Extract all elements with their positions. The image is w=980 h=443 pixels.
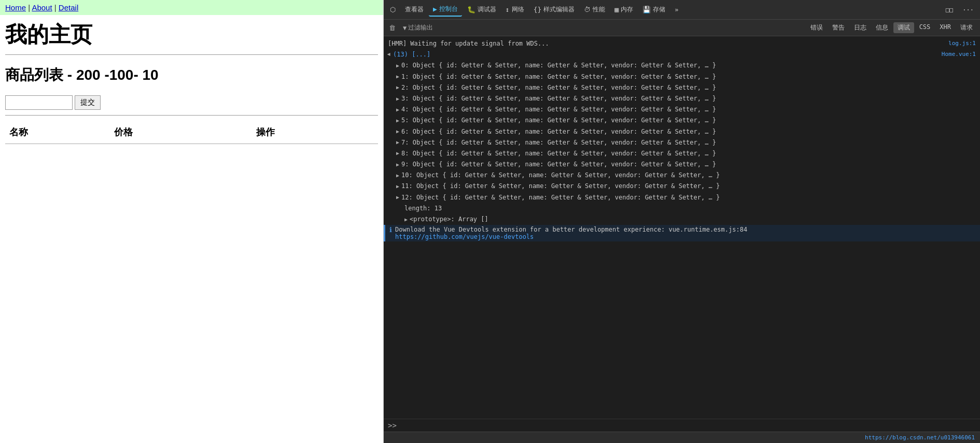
nav-detail[interactable]: Detail xyxy=(59,3,78,12)
array-item-11: ▶ 11: Object { id: Getter & Setter, name… xyxy=(384,181,980,192)
submit-button[interactable]: 提交 xyxy=(75,95,101,110)
network-label: 网络 xyxy=(512,5,524,14)
more-icon: » xyxy=(675,6,678,13)
item-text-7: 7: Object { id: Getter & Setter, name: G… xyxy=(401,138,716,148)
toolbar-btn-style-editor[interactable]: {} 样式编辑器 xyxy=(529,3,579,16)
console-prompt: >> xyxy=(388,421,397,430)
item-arrow-4[interactable]: ▶ xyxy=(396,106,399,114)
item-arrow-3[interactable]: ▶ xyxy=(396,95,399,103)
toolbar-btn-memory[interactable]: ▦ 内存 xyxy=(610,3,637,16)
array-length-line: length: 13 xyxy=(384,203,980,214)
toolbar-btn-dock[interactable]: □□ xyxy=(942,4,957,16)
info-content: Download the Vue Devtools extension for … xyxy=(395,226,747,240)
toolbar-right-area: □□ ··· xyxy=(942,4,978,16)
filter-requests[interactable]: 请求 xyxy=(956,22,977,33)
filter-css[interactable]: CSS xyxy=(915,22,935,33)
console-label: 控制台 xyxy=(439,5,458,13)
item-text-6: 6: Object { id: Getter & Setter, name: G… xyxy=(401,127,716,137)
col-price: 价格 xyxy=(93,121,236,144)
array-item-9: ▶ 9: Object { id: Getter & Setter, name:… xyxy=(384,159,980,170)
item-text-8: 8: Object { id: Getter & Setter, name: G… xyxy=(401,149,716,159)
col-action: 操作 xyxy=(235,121,378,144)
array-item-12: ▶ 12: Object { id: Getter & Setter, name… xyxy=(384,192,980,203)
array-item-8: ▶ 8: Object { id: Getter & Setter, name:… xyxy=(384,148,980,159)
array-item-1: ▶ 1: Object { id: Getter & Setter, name:… xyxy=(384,72,980,82)
options-icon: ··· xyxy=(962,6,974,13)
array-item-7: ▶ 7: Object { id: Getter & Setter, name:… xyxy=(384,137,980,148)
memory-label: 内存 xyxy=(621,5,633,14)
hmr-text: [HMR] Waiting for update signal from WDS… xyxy=(388,39,549,49)
toolbar-btn-storage[interactable]: 💾 存储 xyxy=(638,3,669,16)
filter-output-btn[interactable]: ▼ 过滤输出 xyxy=(400,22,436,33)
info-icon: ℹ xyxy=(389,226,392,234)
array-item-10: ▶ 10: Object { id: Getter & Setter, name… xyxy=(384,170,980,181)
inspect-icon: ⬡ xyxy=(390,6,396,13)
filter-icon: ▼ xyxy=(403,24,407,32)
devtools-panel: ⬡ 查看器 ▶ 控制台 🐛 调试器 ↕ 网络 {} 样式编辑器 ⏱ 性能 ▦ 内… xyxy=(384,0,980,443)
array-item-2: ▶ 2: Object { id: Getter & Setter, name:… xyxy=(384,82,980,93)
item-arrow-10[interactable]: ▶ xyxy=(396,172,399,180)
status-url: https://blog.csdn.net/u013946061 xyxy=(865,434,975,441)
nav-sep1: | xyxy=(26,3,32,12)
toolbar-btn-network[interactable]: ↕ 网络 xyxy=(501,3,528,16)
toolbar-btn-performance[interactable]: ⏱ 性能 xyxy=(580,3,609,16)
filter-xhr[interactable]: XHR xyxy=(935,22,955,33)
debugger-label: 调试器 xyxy=(478,5,496,14)
filter-label: 过滤输出 xyxy=(408,23,433,32)
item-arrow-6[interactable]: ▶ xyxy=(396,127,399,136)
array-file-ref[interactable]: Home.vue:1 xyxy=(942,50,976,59)
product-list-title: 商品列表 - 200 -100- 10 xyxy=(0,55,383,90)
filter-debug[interactable]: 调试 xyxy=(893,22,914,33)
web-page-panel: Home | About | Detail 我的主页 商品列表 - 200 -1… xyxy=(0,0,384,443)
item-arrow-7[interactable]: ▶ xyxy=(396,138,399,147)
toolbar-btn-inspect[interactable]: ⬡ xyxy=(386,4,400,16)
dock-icon: □□ xyxy=(946,6,953,13)
array-count: (13) [...] xyxy=(393,50,430,60)
item-text-0: 0: Object { id: Getter & Setter, name: G… xyxy=(401,61,716,70)
proto-arrow[interactable]: ▶ xyxy=(404,216,408,224)
console-toolbar: 🗑 ▼ 过滤输出 错误 警告 日志 信息 调试 CSS XHR 请求 xyxy=(384,20,980,36)
trash-icon[interactable]: 🗑 xyxy=(387,23,398,33)
page-title: 我的主页 xyxy=(0,15,383,54)
search-input[interactable] xyxy=(5,95,73,110)
nav-sep2: | xyxy=(52,3,59,12)
filter-error[interactable]: 错误 xyxy=(806,22,827,33)
perf-icon: ⏱ xyxy=(584,6,591,13)
performance-label: 性能 xyxy=(593,5,605,14)
console-input[interactable] xyxy=(400,422,976,429)
console-output[interactable]: [HMR] Waiting for update signal from WDS… xyxy=(384,36,980,419)
item-arrow-11[interactable]: ▶ xyxy=(396,182,399,191)
filter-pills-area: 错误 警告 日志 信息 调试 CSS XHR 请求 xyxy=(806,22,977,33)
item-arrow-12[interactable]: ▶ xyxy=(396,193,399,202)
viewer-label: 查看器 xyxy=(405,5,424,14)
toolbar-btn-debugger[interactable]: 🐛 调试器 xyxy=(463,3,500,16)
filter-log[interactable]: 日志 xyxy=(850,22,871,33)
toolbar-btn-options[interactable]: ··· xyxy=(958,4,978,16)
hmr-file-ref[interactable]: log.js:1 xyxy=(948,39,976,48)
bug-icon: 🐛 xyxy=(467,6,475,13)
item-arrow-2[interactable]: ▶ xyxy=(396,83,399,92)
item-text-10: 10: Object { id: Getter & Setter, name: … xyxy=(401,170,720,180)
item-arrow-1[interactable]: ▶ xyxy=(396,73,399,81)
array-expand-arrow[interactable]: ▼ xyxy=(385,53,394,56)
filter-warning[interactable]: 警告 xyxy=(828,22,849,33)
item-arrow-0[interactable]: ▶ xyxy=(396,62,399,70)
nav-home[interactable]: Home xyxy=(5,3,26,12)
vue-devtools-link[interactable]: https://github.com/vuejs/vue-devtools xyxy=(395,233,534,240)
network-icon: ↕ xyxy=(506,6,510,13)
filter-info[interactable]: 信息 xyxy=(872,22,892,33)
item-arrow-8[interactable]: ▶ xyxy=(396,149,399,158)
console-input-area: >> xyxy=(384,419,980,432)
nav-about[interactable]: About xyxy=(32,3,52,12)
info-file-ref[interactable]: vue.runtime.esm.js:84 xyxy=(668,226,747,233)
item-text-4: 4: Object { id: Getter & Setter, name: G… xyxy=(401,105,716,115)
search-area: 提交 xyxy=(0,90,383,115)
item-arrow-5[interactable]: ▶ xyxy=(396,117,399,125)
toolbar-btn-console[interactable]: ▶ 控制台 xyxy=(429,3,462,17)
toolbar-btn-viewer[interactable]: 查看器 xyxy=(401,3,428,16)
item-arrow-9[interactable]: ▶ xyxy=(396,161,399,169)
item-text-5: 5: Object { id: Getter & Setter, name: G… xyxy=(401,116,716,125)
toolbar-btn-more[interactable]: » xyxy=(670,4,682,16)
info-text: Download the Vue Devtools extension for … xyxy=(395,226,665,233)
array-item-4: ▶ 4: Object { id: Getter & Setter, name:… xyxy=(384,104,980,115)
